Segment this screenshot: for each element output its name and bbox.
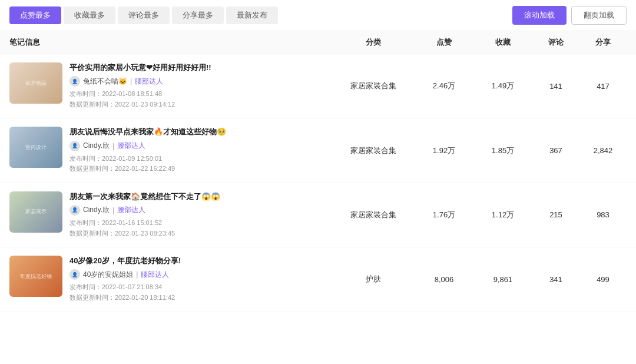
likes-2: 1.92万 [415,145,473,156]
avatar-1: 👤 [69,76,80,87]
publish-time-4: 发布时间：2022-01-07 21:08:34 [69,282,332,293]
avatar-2: 👤 [69,141,80,151]
avatar-3: 👤 [69,205,80,216]
category-2: 家居家装合集 [332,145,415,156]
author-name-1: 兔纸不会喵🐱 [83,77,127,87]
publish-time-3: 发布时间：2022-01-16 15:01:52 [69,218,332,229]
thumbnail-3: 家居展示 [9,191,62,233]
note-title-1: 平价实用的家居小玩意❤好用好用好好用!! [69,62,332,73]
table-row: 年度抗老好物 40岁像20岁，年度抗老好物分享! 👤 40岁的安妮姐姐 | 腰部… [0,247,636,312]
note-info-3: 家居展示 朋友第一次来我家🏠竟然想住下不走了😱😱 👤 Cindy.欣 | 腰部达… [9,191,332,239]
header-info: 笔记信息 [9,37,332,48]
note-info-1: 家居物品 平价实用的家居小玩意❤好用好用好好用!! 👤 兔纸不会喵🐱 | 腰部达… [9,62,332,110]
tab-group: 点赞最多 收藏最多 评论最多 分享最多 最新发布 [9,6,278,24]
author-tag-1: 腰部达人 [135,77,163,87]
table-header: 笔记信息 分类 点赞 收藏 评论 分享 [0,31,636,54]
comments-3: 215 [532,210,579,219]
update-time-4: 数据更新时间：2022-01-20 18:11:42 [69,293,332,303]
favorites-4: 9,861 [473,275,532,284]
note-author-4: 👤 40岁的安妮姐姐 | 腰部达人 [69,269,332,280]
note-author-2: 👤 Cindy.欣 | 腰部达人 [69,141,332,151]
table-body: 家居物品 平价实用的家居小玩意❤好用好用好好用!! 👤 兔纸不会喵🐱 | 腰部达… [0,54,636,312]
shares-3: 983 [579,210,627,219]
tab-latest[interactable]: 最新发布 [226,6,278,24]
note-detail-4: 40岁像20岁，年度抗老好物分享! 👤 40岁的安妮姐姐 | 腰部达人 发布时间… [69,256,332,303]
shares-4: 499 [579,275,627,284]
note-info-2: 室内设计 朋友说后悔没早点来我家🔥才知道这些好物🥺 👤 Cindy.欣 | 腰部… [9,127,332,174]
note-author-3: 👤 Cindy.欣 | 腰部达人 [69,205,332,216]
note-title-4: 40岁像20岁，年度抗老好物分享! [69,256,332,266]
update-time-3: 数据更新时间：2022-01-23 08:23:45 [69,229,332,239]
header-category: 分类 [332,37,415,48]
publish-time-1: 发布时间：2022-01-08 18:51:48 [69,89,332,100]
note-meta-2: 发布时间：2022-01-09 12:50:01 数据更新时间：2022-01-… [69,154,332,174]
favorites-1: 1.49万 [473,81,532,91]
author-tag-2: 腰部达人 [117,141,145,151]
thumb-label-3: 家居展示 [23,206,49,218]
update-time-2: 数据更新时间：2022-01-22 16:22:49 [69,164,332,174]
likes-4: 8,006 [415,275,473,284]
tab-favorites[interactable]: 收藏最多 [64,6,115,24]
note-author-1: 👤 兔纸不会喵🐱 | 腰部达人 [69,76,332,87]
author-sep-3: | [112,206,114,214]
note-title-3: 朋友第一次来我家🏠竟然想住下不走了😱😱 [69,191,332,202]
author-tag-3: 腰部达人 [117,205,145,215]
thumb-label-2: 室内设计 [23,141,49,154]
table-row: 室内设计 朋友说后悔没早点来我家🔥才知道这些好物🥺 👤 Cindy.欣 | 腰部… [0,118,636,183]
likes-3: 1.76万 [415,210,473,220]
likes-1: 2.46万 [415,81,473,91]
header-likes: 点赞 [415,37,473,48]
table-row: 家居展示 朋友第一次来我家🏠竟然想住下不走了😱😱 👤 Cindy.欣 | 腰部达… [0,183,636,247]
page-load-button[interactable]: 翻页加载 [571,6,627,25]
tab-shares[interactable]: 分享最多 [172,6,224,24]
thumb-label-4: 年度抗老好物 [18,270,54,283]
author-tag-4: 腰部达人 [141,270,169,280]
main-container: 点赞最多 收藏最多 评论最多 分享最多 最新发布 滚动加载 翻页加载 笔记信息 … [0,0,636,364]
author-sep-1: | [130,77,132,85]
load-btn-group: 滚动加载 翻页加载 [512,6,627,25]
update-time-1: 数据更新时间：2022-01-23 09:14:12 [69,100,332,110]
tab-likes[interactable]: 点赞最多 [9,6,61,24]
thumbnail-2: 室内设计 [9,127,62,168]
tab-comments[interactable]: 评论最多 [118,6,170,24]
shares-2: 2,842 [579,146,627,155]
author-name-3: Cindy.欣 [83,205,110,215]
note-info-4: 年度抗老好物 40岁像20岁，年度抗老好物分享! 👤 40岁的安妮姐姐 | 腰部… [9,256,332,303]
author-sep-2: | [112,142,114,150]
author-sep-4: | [136,270,138,279]
table-row: 家居物品 平价实用的家居小玩意❤好用好用好好用!! 👤 兔纸不会喵🐱 | 腰部达… [0,54,636,118]
comments-2: 367 [532,146,579,155]
category-1: 家居家装合集 [332,81,415,91]
note-meta-1: 发布时间：2022-01-08 18:51:48 数据更新时间：2022-01-… [69,89,332,110]
avatar-4: 👤 [69,269,80,280]
header-shares: 分享 [579,37,627,48]
author-name-2: Cindy.欣 [83,141,110,151]
category-4: 护肤 [332,274,415,284]
favorites-2: 1.85万 [473,145,532,156]
header-comments: 评论 [532,37,579,48]
comments-1: 141 [532,82,579,91]
scroll-load-button[interactable]: 滚动加载 [512,6,567,25]
category-3: 家居家装合集 [332,210,415,220]
note-detail-2: 朋友说后悔没早点来我家🔥才知道这些好物🥺 👤 Cindy.欣 | 腰部达人 发布… [69,127,332,174]
author-name-4: 40岁的安妮姐姐 [83,270,133,280]
note-meta-3: 发布时间：2022-01-16 15:01:52 数据更新时间：2022-01-… [69,218,332,239]
thumbnail-4: 年度抗老好物 [9,256,62,297]
note-detail-1: 平价实用的家居小玩意❤好用好用好好用!! 👤 兔纸不会喵🐱 | 腰部达人 发布时… [69,62,332,110]
thumb-label-1: 家居物品 [23,77,49,90]
tab-bar: 点赞最多 收藏最多 评论最多 分享最多 最新发布 滚动加载 翻页加载 [0,0,636,31]
header-favorites: 收藏 [473,37,532,48]
favorites-3: 1.12万 [473,210,532,220]
shares-1: 417 [579,82,627,91]
note-meta-4: 发布时间：2022-01-07 21:08:34 数据更新时间：2022-01-… [69,282,332,303]
note-title-2: 朋友说后悔没早点来我家🔥才知道这些好物🥺 [69,127,332,137]
thumbnail-1: 家居物品 [9,62,62,104]
publish-time-2: 发布时间：2022-01-09 12:50:01 [69,154,332,164]
comments-4: 341 [532,275,579,284]
note-detail-3: 朋友第一次来我家🏠竟然想住下不走了😱😱 👤 Cindy.欣 | 腰部达人 发布时… [69,191,332,239]
